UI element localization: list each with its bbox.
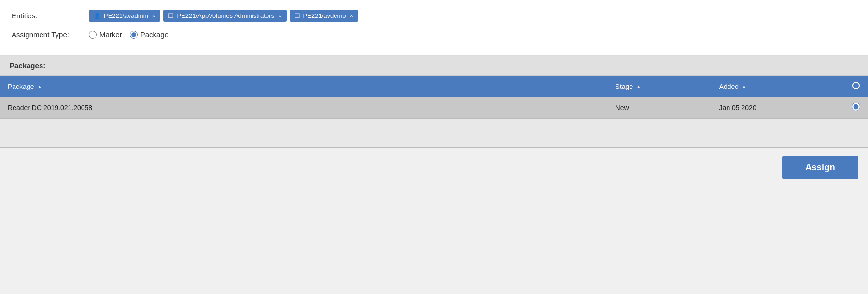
col-header-package[interactable]: Package ▲ [0,76,608,97]
cell-stage: New [608,97,712,119]
col-header-added[interactable]: Added ▲ [712,76,844,97]
row-radio-0[interactable] [852,103,860,111]
col-stage-label: Stage [616,83,633,90]
entity-tag-2: PE221\avdemo × [290,10,359,22]
col-header-stage[interactable]: Stage ▲ [608,76,712,97]
entity-tag-label-1: PE221\AppVolumes Administrators [177,12,274,19]
col-header-select [844,76,868,97]
form-container: Entities: PE221\avadmin × PE221\AppVolum… [0,0,868,56]
sort-icon-added: ▲ [742,84,747,89]
radio-header-circle [852,82,860,89]
table-row: Reader DC 2019.021.20058 New Jan 05 2020 [0,97,868,119]
empty-cell [0,119,868,148]
cell-package: Reader DC 2019.021.20058 [0,97,608,119]
packages-header: Packages: [10,61,45,70]
cell-added: Jan 05 2020 [712,97,844,119]
sort-icon-stage: ▲ [636,84,641,89]
square-icon-2 [294,12,300,19]
packages-section: Packages: Package ▲ Stage ▲ [0,56,868,148]
entities-row: Entities: PE221\avadmin × PE221\AppVolum… [12,10,856,22]
entity-tag-1: PE221\AppVolumes Administrators × [163,10,286,22]
assignment-type-row: Assignment Type: Marker Package [12,30,856,39]
empty-row [0,119,868,148]
packages-header-bar: Packages: [0,56,868,76]
entity-close-1[interactable]: × [278,12,282,19]
col-added-label: Added [719,83,739,90]
sort-icon-package: ▲ [37,84,42,89]
packages-table-wrapper: Package ▲ Stage ▲ Added ▲ [0,76,868,148]
entity-tag-label-0: PE221\avadmin [104,12,148,19]
radio-package-label: Package [140,30,168,39]
entity-close-2[interactable]: × [350,12,353,19]
col-package-label: Package [8,83,34,90]
table-header-row: Package ▲ Stage ▲ Added ▲ [0,76,868,97]
entities-container: PE221\avadmin × PE221\AppVolumes Adminis… [89,10,358,22]
radio-marker[interactable] [89,31,97,39]
entities-label: Entities: [12,12,89,20]
radio-package[interactable] [130,31,138,39]
packages-table: Package ▲ Stage ▲ Added ▲ [0,76,868,148]
cell-select[interactable] [844,97,868,119]
radio-option-marker[interactable]: Marker [89,30,122,39]
assignment-type-label: Assignment Type: [12,30,89,39]
person-icon [94,13,101,19]
assign-button[interactable]: Assign [782,156,858,179]
radio-option-package[interactable]: Package [130,30,168,39]
square-icon-1 [168,12,174,19]
entity-close-0[interactable]: × [152,12,156,19]
radio-marker-label: Marker [99,30,122,39]
entity-tag-0: PE221\avadmin × [89,10,160,22]
assignment-type-options: Marker Package [89,30,168,39]
footer-bar: Assign [0,148,868,187]
entity-tag-label-2: PE221\avdemo [303,12,346,19]
